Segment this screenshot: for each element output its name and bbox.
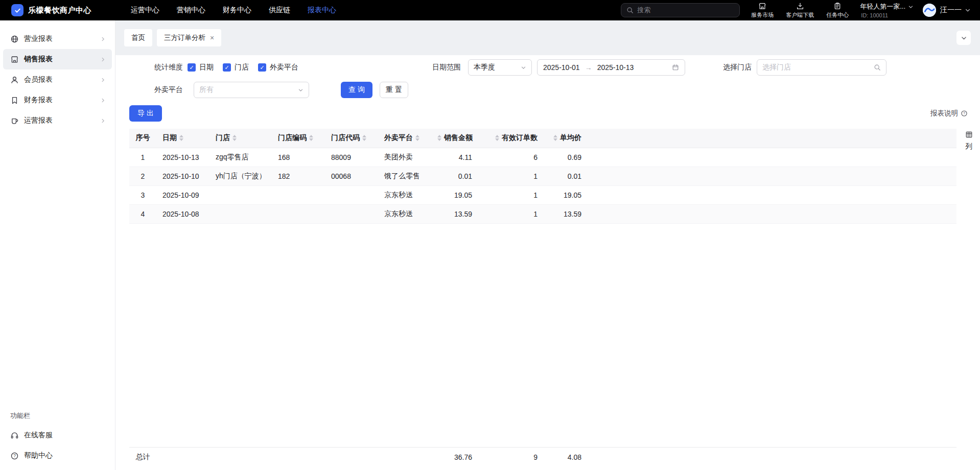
cell-store: [209, 204, 272, 223]
storefront-icon: [758, 2, 766, 10]
sort-icon: [179, 135, 183, 141]
sidebar-item-sales-report[interactable]: 销售报表: [3, 49, 112, 69]
quick-link-service-market[interactable]: 服务市场: [745, 2, 780, 19]
checkbox-label: 门店: [235, 63, 249, 72]
column-header-date[interactable]: 日期: [156, 129, 209, 148]
chevron-right-icon: [100, 36, 106, 42]
store-select-input[interactable]: 选择门店: [757, 59, 886, 76]
question-circle-icon: ?: [961, 110, 968, 117]
platform-select[interactable]: 所有: [194, 82, 309, 98]
headset-icon: [10, 431, 19, 440]
column-header-platform[interactable]: 外卖平台: [378, 129, 431, 148]
chevron-right-icon: [100, 77, 106, 83]
search-placeholder: 搜索: [637, 6, 650, 15]
sort-icon: [553, 135, 557, 141]
tab-home[interactable]: 首页: [124, 29, 152, 46]
cell-filler: [588, 167, 956, 185]
tab-third-party-order-analysis[interactable]: 三方订单分析 ×: [157, 29, 221, 46]
dimension-checkbox-store[interactable]: ✓ 门店: [223, 63, 249, 72]
column-header-avg-price[interactable]: 单均价: [544, 129, 588, 148]
cell-store-code: [272, 185, 325, 204]
report-help-link[interactable]: 报表说明 ?: [930, 109, 968, 118]
quick-link-client-download[interactable]: 客户端下载: [780, 2, 820, 19]
dimension-checkbox-date[interactable]: ✓ 日期: [188, 63, 214, 72]
nav-item-reports[interactable]: 报表中心: [308, 6, 336, 15]
store-switcher[interactable]: 年轻人第一家... ID: 100011: [860, 2, 914, 18]
dimension-label: 统计维度: [115, 63, 183, 72]
sidebar-item-finance-report[interactable]: 财务报表: [3, 90, 112, 110]
reset-button[interactable]: 重 置: [380, 82, 408, 98]
column-header-store[interactable]: 门店: [209, 129, 272, 148]
filter-row-2: 外卖平台 所有 查 询 重 置: [115, 82, 980, 98]
cell-valid-orders: 6: [478, 148, 544, 167]
main-content: 首页 三方订单分析 × 统计维度 ✓ 日期 ✓ 门店 ✓: [115, 20, 980, 470]
global-search-input[interactable]: 搜索: [621, 3, 740, 17]
date-preset-select[interactable]: 本季度: [468, 59, 532, 76]
nav-item-finance[interactable]: 财务中心: [223, 6, 251, 15]
sort-icon: [495, 135, 499, 141]
cell-filler: [588, 148, 956, 167]
sidebar-item-label: 在线客服: [24, 431, 53, 440]
sidebar-item-member-report[interactable]: 会员报表: [3, 69, 112, 90]
cell-store: [209, 185, 272, 204]
summary-cell: [378, 448, 431, 467]
cell-store-id: 00068: [325, 167, 378, 185]
column-header-store-id[interactable]: 门店代码: [325, 129, 378, 148]
dimension-checkbox-platform[interactable]: ✓ 外卖平台: [258, 63, 298, 72]
checkbox-checked-icon: ✓: [258, 63, 266, 72]
summary-label: 总计: [129, 448, 156, 467]
quick-link-label: 服务市场: [751, 11, 774, 19]
column-header-valid-orders[interactable]: 有效订单数: [478, 129, 544, 148]
sidebar-item-label: 营业报表: [24, 34, 53, 43]
cell-index: 2: [129, 167, 156, 185]
date-range-input[interactable]: 2025-10-01 → 2025-10-13: [537, 59, 685, 76]
table-header-row: 序号 日期 门店 门店编码 门店代码 外卖平台 销售金额 有效订单数 单均价: [129, 129, 956, 148]
user-menu[interactable]: 汪一一: [940, 6, 971, 15]
column-grid-icon: [965, 131, 973, 138]
checkbox-checked-icon: ✓: [223, 63, 231, 72]
column-header-filler: [588, 129, 956, 148]
sidebar-item-online-support[interactable]: 在线客服: [3, 425, 112, 445]
table-row: 4 2025-10-08 京东秒送 13.59 1 13.59: [129, 204, 956, 223]
primary-nav: 运营中心 营销中心 财务中心 供应链 报表中心: [131, 6, 336, 15]
table-summary-row: 总计 36.76 9 4.08: [129, 447, 956, 467]
brand-logo-icon: [11, 4, 24, 16]
quick-links: 服务市场 客户端下载 任务中心: [745, 2, 855, 19]
globe-icon: [10, 35, 19, 43]
svg-text:?: ?: [963, 111, 965, 115]
date-start-value: 2025-10-01: [543, 63, 580, 72]
brand[interactable]: 乐檬餐饮商户中心: [11, 4, 119, 16]
column-header-store-code[interactable]: 门店编码: [272, 129, 325, 148]
arrow-right-icon: →: [585, 63, 592, 72]
tab-label: 三方订单分析: [164, 33, 205, 42]
table-row: 3 2025-10-09 京东秒送 19.05 1 19.05: [129, 185, 956, 204]
brand-name: 乐檬餐饮商户中心: [28, 6, 91, 15]
column-header-sales-amount[interactable]: 销售金额: [431, 129, 478, 148]
nav-item-operations[interactable]: 运营中心: [131, 6, 159, 15]
data-table: 序号 日期 门店 门店编码 门店代码 外卖平台 销售金额 有效订单数 单均价: [129, 129, 956, 224]
tab-overflow-button[interactable]: [956, 31, 971, 45]
summary-filler: [588, 448, 956, 467]
close-icon[interactable]: ×: [210, 34, 214, 41]
chevron-down-icon: [521, 65, 526, 70]
cell-filler: [588, 185, 956, 204]
sort-icon: [309, 135, 313, 141]
sidebar-item-operation-report[interactable]: 运营报表: [3, 110, 112, 131]
sidebar-item-business-report[interactable]: 营业报表: [3, 29, 112, 49]
chevron-right-icon: [100, 118, 106, 124]
cell-avg-price: 19.05: [544, 185, 588, 204]
chevron-down-icon: [965, 7, 971, 13]
avatar[interactable]: [923, 4, 936, 17]
sidebar-item-label: 帮助中心: [24, 451, 53, 460]
export-button[interactable]: 导 出: [129, 105, 162, 122]
sidebar-item-help-center[interactable]: ? 帮助中心: [3, 445, 112, 466]
query-button[interactable]: 查 询: [341, 82, 372, 98]
quick-link-task-center[interactable]: 任务中心: [820, 2, 855, 19]
nav-item-marketing[interactable]: 营销中心: [177, 6, 205, 15]
column-settings-button[interactable]: 列: [962, 131, 975, 151]
cell-index: 3: [129, 185, 156, 204]
cell-date: 2025-10-09: [156, 185, 209, 204]
shop-icon: [10, 55, 19, 64]
nav-item-supply-chain[interactable]: 供应链: [269, 6, 290, 15]
chevron-right-icon: [100, 57, 106, 62]
